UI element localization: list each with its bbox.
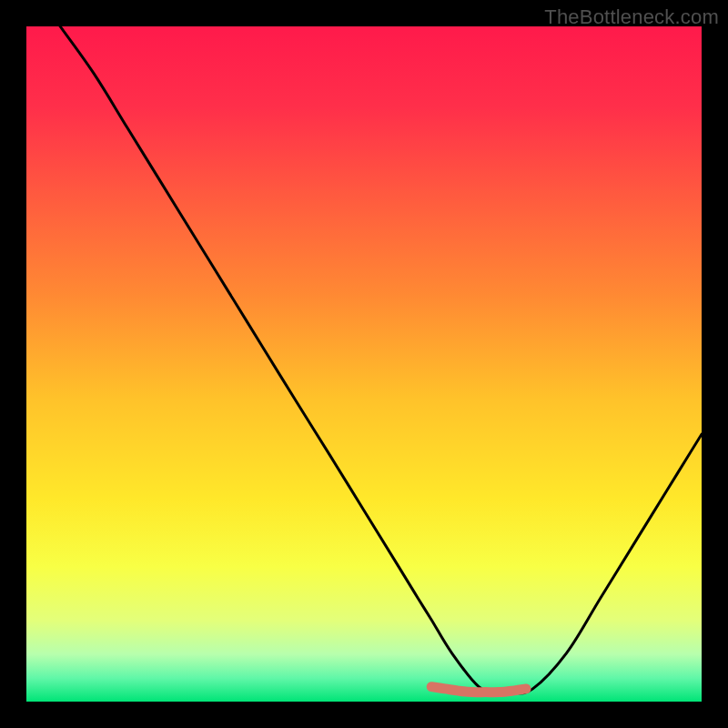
plot-svg bbox=[26, 26, 702, 702]
plot-area bbox=[26, 26, 702, 702]
valley-marker bbox=[431, 687, 526, 693]
chart-frame: TheBottleneck.com bbox=[0, 0, 728, 728]
